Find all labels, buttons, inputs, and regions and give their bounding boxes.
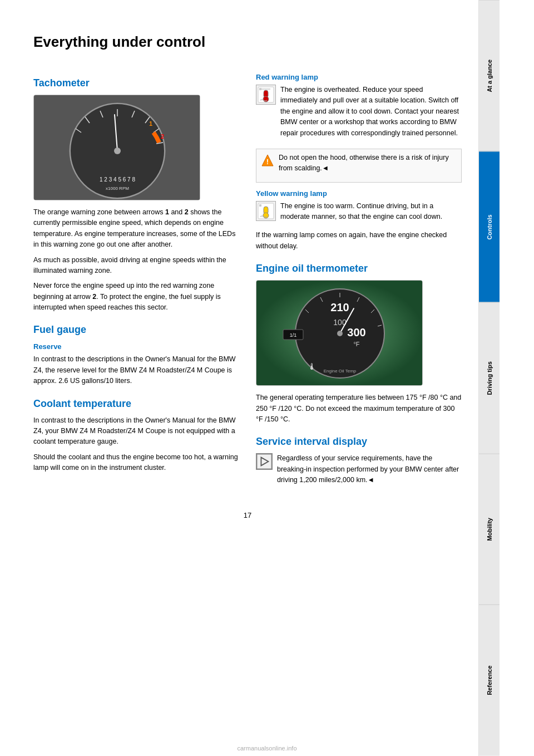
svg-point-37 xyxy=(337,331,343,336)
oil-thermo-svg: 210 100 300 °F 1/1 xyxy=(256,281,423,386)
red-lamp-icon xyxy=(256,85,276,105)
service-interval-box: Regardless of your service requirements,… xyxy=(256,453,462,490)
oil-thermo-image: 210 100 300 °F 1/1 xyxy=(256,280,423,386)
warning-note-text: Do not open the hood, otherwise there is… xyxy=(279,153,457,174)
oil-thermo-body: The general operating temperature lies b… xyxy=(256,392,462,425)
sidebar-tab-reference[interactable]: Reference xyxy=(479,605,500,756)
warning-note-box: ! Do not open the hood, otherwise there … xyxy=(256,149,462,183)
svg-text:300: 300 xyxy=(347,326,365,338)
svg-text:Engine Oil Temp: Engine Oil Temp xyxy=(324,369,357,374)
tachometer-body2: As much as possible, avoid driving at en… xyxy=(33,255,239,277)
warning-triangle-icon: ! xyxy=(261,154,274,167)
tachometer-heading: Tachometer xyxy=(33,77,239,89)
sidebar-tab-mobility[interactable]: Mobility xyxy=(479,454,500,605)
svg-text:!: ! xyxy=(266,158,269,166)
tachometer-svg: 1 2 3 4 5 6 7 8 x1000 RPM 1 2 xyxy=(34,95,200,200)
yellow-warning-body: The engine is too warm. Continue driving… xyxy=(280,201,462,223)
yellow-warning-section: Yellow warning lamp xyxy=(256,189,462,252)
service-interval-body: Regardless of your service requirements,… xyxy=(277,453,462,485)
svg-point-12 xyxy=(114,148,121,154)
service-play-icon xyxy=(257,454,271,469)
svg-text:1 2 3 4 5 6 7 8: 1 2 3 4 5 6 7 8 xyxy=(100,176,135,183)
oil-thermo-section: Engine oil thermometer xyxy=(256,263,462,425)
tachometer-section: Tachometer xyxy=(33,77,239,313)
red-warning-body: The engine is overheated. Reduce your sp… xyxy=(280,85,462,139)
right-sidebar: At a glance Controls Driving tips Mobili… xyxy=(478,0,500,756)
svg-rect-18 xyxy=(259,88,261,90)
svg-text:🌡: 🌡 xyxy=(308,362,317,371)
tachometer-body1: The orange warning zone between arrows 1… xyxy=(33,207,239,251)
fuel-gauge-body: In contrast to the descriptions in the O… xyxy=(33,354,239,386)
sidebar-tab-controls[interactable]: Controls xyxy=(479,151,500,303)
fuel-gauge-heading: Fuel gauge xyxy=(33,324,239,336)
svg-text:x1000 RPM: x1000 RPM xyxy=(106,186,129,191)
red-warning-section: Red warning lamp xyxy=(256,73,462,183)
svg-text:2: 2 xyxy=(161,133,164,140)
sidebar-tab-at-a-glance[interactable]: At a glance xyxy=(479,0,500,151)
page-number: 17 xyxy=(33,511,462,519)
coolant-body1: In contrast to the descriptions in the O… xyxy=(33,415,239,448)
svg-text:210: 210 xyxy=(330,301,349,313)
svg-text:°F: °F xyxy=(353,341,359,347)
fuel-gauge-reserve-heading: Reserve xyxy=(33,342,239,351)
red-lamp-indicator: The engine is overheated. Reduce your sp… xyxy=(256,85,462,143)
page-title: Everything under control xyxy=(33,33,462,51)
sidebar-tab-driving-tips[interactable]: Driving tips xyxy=(479,302,500,454)
svg-rect-25 xyxy=(259,204,261,207)
coolant-heading: Coolant temperature xyxy=(33,398,239,410)
svg-text:1/1: 1/1 xyxy=(290,332,297,338)
service-interval-heading: Service interval display xyxy=(256,436,462,448)
red-warning-heading: Red warning lamp xyxy=(256,73,462,81)
svg-text:1: 1 xyxy=(149,120,152,127)
watermark: carmanualsonline.info xyxy=(237,745,296,752)
tachometer-body3: Never force the engine speed up into the… xyxy=(33,281,239,313)
yellow-lamp-icon xyxy=(256,201,276,221)
tachometer-image: 1 2 3 4 5 6 7 8 x1000 RPM 1 2 xyxy=(33,95,200,200)
service-interval-icon xyxy=(256,453,273,470)
oil-thermo-heading: Engine oil thermometer xyxy=(256,263,462,274)
coolant-body2: Should the coolant and thus the engine b… xyxy=(33,452,239,474)
warning-triangle: ! xyxy=(261,154,274,167)
yellow-lamp-indicator: The engine is too warm. Continue driving… xyxy=(256,201,462,227)
engine-temp-yellow-icon xyxy=(257,202,275,220)
yellow-warning-heading: Yellow warning lamp xyxy=(256,189,462,198)
service-interval-section: Service interval display Regardless of y… xyxy=(256,436,462,490)
fuel-gauge-section: Fuel gauge Reserve In contrast to the de… xyxy=(33,324,239,386)
engine-temp-red-icon xyxy=(257,86,275,104)
yellow-warning-followup: If the warning lamp comes on again, have… xyxy=(256,230,462,252)
coolant-section: Coolant temperature In contrast to the d… xyxy=(33,398,239,474)
